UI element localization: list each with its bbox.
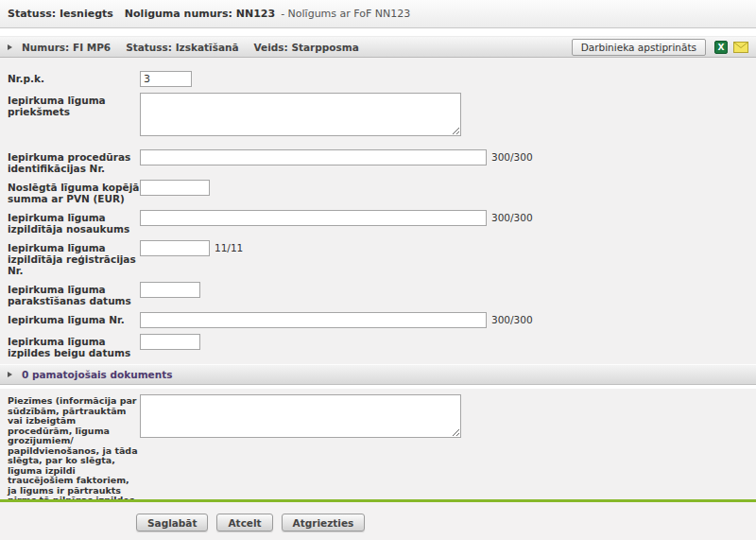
field-label: Iepirkuma procedūras identifikācijas Nr. — [8, 149, 140, 174]
page: Statuss: Iesniegts Noliguma numurs: NN12… — [0, 0, 756, 540]
executor-regnr-input[interactable] — [140, 240, 210, 256]
field-label: Iepirkuma līguma Nr. — [8, 312, 140, 325]
field-row-nrpk: Nr.p.k. — [8, 71, 748, 87]
signing-date-input[interactable] — [140, 282, 200, 298]
back-button[interactable]: Atgriezties — [282, 514, 366, 531]
agreement-title: - Nolīgums ar FoF NN123 — [281, 8, 410, 20]
panel-number: Numurs: FI MP6 — [22, 42, 111, 53]
field-row-procedure-id: Iepirkuma procedūras identifikācijas Nr.… — [8, 149, 748, 174]
panel-status: Statuss: Izskatīšanā — [126, 42, 238, 53]
field-row-contract-nr: Iepirkuma līguma Nr. 300/300 — [8, 312, 748, 328]
field-label: Iepirkuma līguma priekšmets — [8, 93, 140, 117]
panel-header: Numurs: FI MP6 Statuss: Izskatīšanā Veid… — [0, 36, 756, 58]
char-counter: 300/300 — [491, 210, 533, 226]
field-row-executor-name: Iepirkuma līguma izpildītāja nosaukums 3… — [8, 210, 748, 235]
field-label: Iepirkuma līguma izpildes beigu datums — [8, 334, 140, 358]
field-label: Iepirkuma līguma izpildītāja reģistrācij… — [8, 240, 140, 276]
field-row-end-date: Iepirkuma līguma izpildes beigu datums — [8, 334, 748, 358]
contract-nr-input[interactable] — [140, 312, 487, 328]
field-row-total-sum: Noslēgtā līguma kopējā summa ar PVN (EUR… — [8, 180, 748, 204]
field-row-signing-date: Iepirkuma līguma parakstīšanas datums — [8, 282, 748, 306]
chevron-right-icon[interactable] — [8, 372, 12, 377]
field-label: Noslēgtā līguma kopējā summa ar PVN (EUR… — [8, 180, 140, 204]
char-counter: 300/300 — [491, 312, 533, 328]
cancel-button[interactable]: Atcelt — [216, 514, 272, 531]
field-label: Iepirkuma līguma parakstīšanas datums — [8, 282, 140, 306]
field-row-executor-regnr: Iepirkuma līguma izpildītāja reģistrācij… — [8, 240, 748, 276]
excel-export-icon[interactable]: X — [714, 41, 728, 54]
executor-name-input[interactable] — [140, 210, 487, 226]
nrpk-input[interactable] — [140, 71, 192, 87]
save-button[interactable]: Saglabāt — [136, 514, 208, 531]
chevron-right-icon[interactable] — [8, 44, 12, 50]
field-label: Iepirkuma līguma izpildītāja nosaukums — [8, 210, 140, 235]
panel-type: Veids: Starpposma — [254, 42, 359, 53]
char-counter: 11/11 — [215, 240, 243, 256]
agreement-number: Noliguma numurs: NN123 — [125, 8, 275, 20]
documents-section-header[interactable]: 0 pamatojošais dokuments — [0, 364, 756, 385]
field-label: Nr.p.k. — [8, 71, 140, 84]
char-counter: 300/300 — [491, 149, 533, 165]
notes-label: Piezīmes (informācija par sūdzībām, pārt… — [8, 394, 140, 504]
employee-approved-button[interactable]: Darbinieka apstiprināts — [572, 39, 706, 56]
procedure-id-input[interactable] — [140, 149, 487, 165]
spacer — [0, 28, 756, 36]
footer-buttons: Saglabāt Atcelt Atgriezties — [0, 502, 756, 540]
notes-textarea[interactable] — [140, 394, 461, 438]
end-date-input[interactable] — [140, 334, 200, 350]
notes-row: Piezīmes (informācija par sūdzībām, pārt… — [0, 389, 756, 504]
footer: Saglabāt Atcelt Atgriezties — [0, 499, 756, 540]
total-sum-input[interactable] — [140, 180, 210, 196]
status-value: Statuss: Iesniegts — [8, 8, 113, 20]
subject-textarea[interactable] — [140, 93, 461, 136]
field-row-subject: Iepirkuma līguma priekšmets — [8, 93, 748, 136]
documents-section-label[interactable]: 0 pamatojošais dokuments — [22, 369, 172, 380]
contract-form: Nr.p.k. Iepirkuma līguma priekšmets Iepi… — [0, 58, 756, 358]
mail-icon[interactable] — [733, 42, 748, 53]
status-bar: Statuss: Iesniegts Noliguma numurs: NN12… — [0, 0, 756, 28]
